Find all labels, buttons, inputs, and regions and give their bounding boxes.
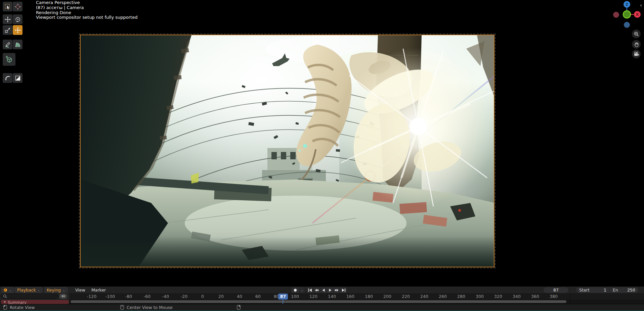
jump-start-icon	[308, 289, 312, 292]
tool-move-button[interactable]	[3, 14, 12, 24]
ruler-tick: 40	[237, 293, 242, 300]
previous-keyframe-button[interactable]	[313, 287, 320, 293]
start-field-value: 1	[604, 288, 606, 293]
playback-menu-button[interactable]: Playback ⌄	[15, 287, 42, 293]
pan-button[interactable]	[632, 40, 641, 49]
select-box-icon	[5, 4, 11, 10]
auto-keying-dropdown[interactable]: ⌄	[299, 287, 305, 293]
ruler-tick: -40	[162, 293, 169, 300]
status-hint-center-view-label: Center View to Mouse	[127, 305, 173, 310]
prev-keyframe-icon	[314, 289, 319, 292]
summary-label: Summary	[8, 301, 27, 304]
ruler-tick: 180	[365, 293, 373, 300]
marker-menu-label: Marker	[91, 288, 106, 293]
keying-menu-button[interactable]: Keying ⌄	[44, 287, 68, 293]
ruler-tick: 120	[309, 293, 317, 300]
rendered-scene	[81, 35, 495, 267]
ruler-tick: -80	[125, 293, 132, 300]
tool-corner-button[interactable]	[3, 73, 12, 83]
ruler-tick: 140	[328, 293, 336, 300]
ruler-tick: -60	[144, 293, 151, 300]
timeline-header: ⌄ Playback ⌄ Keying ⌄ View Marker ⌄	[0, 287, 644, 293]
gizmo-z-negative-ball[interactable]	[624, 22, 630, 28]
move-icon	[5, 16, 11, 22]
mouse-right-button-icon	[237, 305, 241, 310]
status-hint-rotate-label: Rotate View	[10, 305, 35, 310]
gizmo-x-label: X	[636, 12, 639, 17]
status-hint-rmb	[237, 304, 241, 310]
navigation-gizmo[interactable]: Z X	[613, 0, 641, 29]
camera-view-region[interactable]	[80, 35, 495, 267]
jump-to-end-button[interactable]	[340, 287, 347, 293]
frame-start-field[interactable]: Start 1	[576, 287, 609, 293]
tool-shading-button[interactable]	[13, 73, 23, 83]
scale-icon	[5, 27, 11, 33]
end-field-label: En	[613, 288, 618, 293]
rotate-icon	[15, 16, 21, 22]
summary-channel-row[interactable]: ▼ Summary	[1, 300, 69, 304]
tool-annotate-button[interactable]	[3, 40, 12, 49]
ruler-tick: 380	[550, 293, 558, 300]
jump-to-start-button[interactable]	[307, 287, 313, 293]
viewport-3d[interactable]: Camera Perspective (87) ассеты | Camera …	[0, 0, 644, 287]
chevron-down-icon: ⌄	[38, 289, 40, 292]
ruler-tick: 340	[513, 293, 521, 300]
tool-measure-button[interactable]	[13, 40, 23, 49]
gizmo-x-negative-ball[interactable]	[613, 12, 619, 18]
ruler-tick: 0	[201, 293, 204, 300]
tool-transform-button[interactable]	[13, 25, 23, 35]
tool-select-box-button[interactable]	[3, 2, 12, 11]
tool-add-cube-button[interactable]	[3, 53, 15, 66]
zoom-button[interactable]	[632, 30, 641, 38]
timeline-separator	[570, 293, 570, 304]
ruler-tick: 360	[531, 293, 539, 300]
ruler-tick: 280	[457, 293, 465, 300]
collapse-triangle-icon: ▼	[4, 301, 6, 304]
ruler-tick: 200	[383, 293, 391, 300]
horizontal-scrollbar[interactable]	[71, 300, 566, 303]
view-menu-label: View	[75, 288, 85, 293]
playhead-line[interactable]	[283, 300, 283, 304]
play-button[interactable]	[327, 287, 333, 293]
measure-icon	[15, 42, 21, 48]
status-bar: Rotate View Center View to Mouse	[0, 304, 644, 310]
viewport-overlay-text: Camera Perspective (87) ассеты | Camera …	[36, 0, 137, 20]
next-keyframe-button[interactable]	[334, 287, 340, 293]
current-frame-value: 87	[553, 288, 559, 293]
tool-rotate-button[interactable]	[13, 14, 23, 24]
add-cube-icon	[5, 55, 13, 63]
view-menu[interactable]: View	[73, 287, 87, 293]
marker-menu[interactable]: Marker	[89, 287, 108, 293]
current-frame-field[interactable]: 87	[544, 287, 568, 293]
timeline-ruler[interactable]: ↔ -120-100-80-60-40-20020406080100120140…	[0, 293, 644, 300]
overlay-line-view: Camera Perspective	[36, 0, 137, 5]
current-frame-badge[interactable]: 87	[278, 294, 288, 300]
annotate-pen-icon	[5, 42, 11, 48]
mouse-middle-button-icon	[120, 305, 124, 310]
editor-type-button[interactable]: ⌄	[1, 287, 14, 293]
tool-scale-button[interactable]	[3, 25, 12, 35]
chevron-down-icon: ⌄	[9, 289, 11, 292]
camera-view-button[interactable]	[632, 50, 641, 58]
status-hint-rotate: Rotate View	[3, 304, 35, 310]
auto-keying-button[interactable]	[292, 287, 299, 293]
tool-cursor-button[interactable]	[13, 2, 23, 11]
overlay-line-render-status: Rendering Done	[36, 10, 137, 15]
sidebar-toggle-chevron-icon[interactable]: ‹	[640, 2, 644, 9]
end-field-value: 250	[627, 288, 635, 293]
transform-icon	[15, 27, 21, 33]
frame-end-field[interactable]: En 250	[610, 287, 638, 293]
gizmo-z-label: Z	[626, 2, 628, 7]
rounded-corner-icon	[5, 75, 11, 81]
jump-end-icon	[342, 289, 346, 292]
chevron-down-icon: ⌄	[62, 289, 65, 292]
play-reverse-button[interactable]	[320, 287, 327, 293]
ruler-tick: -120	[87, 293, 96, 300]
status-hint-center-view: Center View to Mouse	[120, 304, 173, 310]
gizmo-y-center-ball[interactable]	[623, 11, 631, 18]
next-keyframe-icon	[335, 289, 339, 292]
cursor-3d-icon	[15, 4, 21, 10]
ruler-tick: 240	[420, 293, 428, 300]
ruler-tick: 160	[346, 293, 354, 300]
timeline-track-area[interactable]: ▼ Summary	[0, 300, 644, 304]
